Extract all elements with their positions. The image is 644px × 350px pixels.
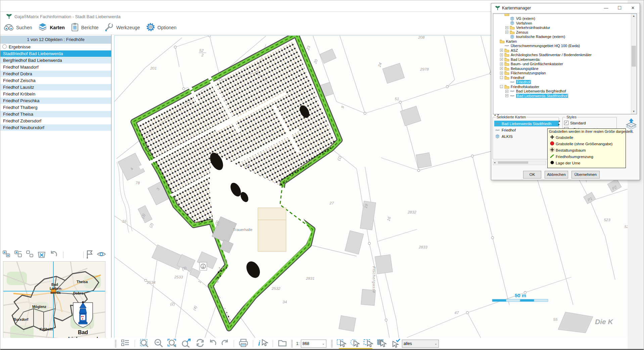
- expand-icon[interactable]: +: [500, 53, 503, 56]
- collapse-icon[interactable]: -: [500, 85, 503, 88]
- toolbar-item-suchen[interactable]: Suchen: [4, 23, 32, 33]
- redcircle-icon: [549, 141, 555, 146]
- result-item[interactable]: Friedhof Prieschka: [0, 98, 111, 104]
- zoom-in-icon[interactable]: [138, 338, 152, 349]
- tree-scrollbar[interactable]: ▲ ▼: [631, 14, 637, 114]
- line-icon: [504, 44, 509, 47]
- tree-item[interactable]: Verfahren: [494, 21, 631, 26]
- result-item[interactable]: Friedhof Dobra: [0, 71, 111, 77]
- tree-item[interactable]: -Friedhofskataster: [494, 84, 631, 89]
- select-features-icon[interactable]: [2, 250, 14, 260]
- expand-icon[interactable]: +: [500, 63, 503, 66]
- tree-item[interactable]: Friedhof: [494, 80, 631, 85]
- expand-icon[interactable]: +: [500, 67, 503, 70]
- scrollbar-thumb[interactable]: [632, 46, 636, 67]
- expand-icon[interactable]: +: [505, 26, 508, 29]
- result-item[interactable]: Friedhof Kröbeln: [0, 91, 111, 98]
- style-item[interactable]: ✓Standard: [564, 120, 616, 126]
- close-button[interactable]: ✕: [626, 3, 640, 12]
- scroll-up-icon[interactable]: ▲: [632, 14, 636, 18]
- ok-button[interactable]: OK: [523, 171, 541, 179]
- tree-item[interactable]: +Flächennutzungsplan: [494, 71, 631, 76]
- select-fill-icon[interactable]: [375, 338, 388, 349]
- checkbox-icon[interactable]: ✓: [564, 121, 568, 125]
- result-item[interactable]: Friedhof Zeischa: [0, 77, 111, 84]
- zoom-out-icon[interactable]: [152, 338, 165, 349]
- add-selection-icon[interactable]: [14, 250, 26, 260]
- result-item[interactable]: Bergfriedhof Bad Liebenwerda: [0, 57, 111, 64]
- selected-map-item[interactable]: Bad Liebenwerda Stadtfriedh: [494, 121, 559, 126]
- scale-combo[interactable]: 868⌄: [301, 340, 326, 348]
- apply-button[interactable]: Übernehmen: [571, 171, 600, 179]
- app-logo-icon: [6, 14, 12, 19]
- tree-item[interactable]: +Bebauungspläne: [494, 66, 631, 71]
- select-polygon-icon[interactable]: [362, 338, 375, 349]
- layer-up-icon[interactable]: [625, 118, 638, 130]
- selection-scope-combo[interactable]: alles⌄: [402, 340, 439, 348]
- toolbar-item-werkzeuge[interactable]: Werkzeuge: [104, 23, 140, 33]
- line-icon: [495, 129, 500, 131]
- redo-icon[interactable]: [219, 339, 231, 348]
- svg-text:208: 208: [418, 36, 425, 39]
- kartenmanager-dialog: Kartenmanager — ☐ ✕ VG (extern)Verfahren…: [491, 3, 640, 180]
- legend-list-icon[interactable]: [119, 339, 132, 349]
- print-icon[interactable]: [237, 339, 250, 349]
- expand-icon[interactable]: +: [505, 90, 508, 93]
- identify-icon[interactable]: i: [256, 338, 270, 349]
- scroll-down-icon[interactable]: ▼: [632, 109, 636, 114]
- tree-item[interactable]: +Archäologisches Stadtinventar / Bodende…: [494, 53, 631, 57]
- result-item[interactable]: Friedhof Zobersdorf: [0, 118, 111, 124]
- expand-icon[interactable]: +: [500, 58, 503, 61]
- expand-icon[interactable]: +: [500, 49, 503, 52]
- panel-splitter-icon[interactable]: ◂▸: [558, 119, 560, 126]
- expand-icon[interactable]: +: [505, 94, 508, 97]
- tree-item[interactable]: Überschwemmungsgebiet HQ 100 (Ewda): [494, 44, 631, 48]
- select-circle-icon[interactable]: [348, 338, 362, 349]
- tree-item[interactable]: +Bad Liebenwerda Stadtfriedhof: [494, 93, 631, 98]
- dialog-title-bar[interactable]: Kartenmanager — ☐ ✕: [491, 3, 640, 13]
- undo-icon[interactable]: [207, 339, 219, 348]
- tree-item[interactable]: +ASZ: [494, 48, 631, 53]
- zoom-last-icon[interactable]: [179, 338, 193, 349]
- tree-item[interactable]: -Friedhof: [494, 75, 631, 80]
- delete-selection-icon[interactable]: [37, 250, 49, 260]
- tree-item[interactable]: [494, 13, 631, 16]
- tree-item[interactable]: +Verkehrsinfrastruktur: [494, 26, 631, 30]
- tree-item[interactable]: +Baum- und Grünflächenkataster: [494, 62, 631, 67]
- collapse-icon[interactable]: -: [500, 76, 503, 79]
- result-item[interactable]: Friedhof Thalberg: [0, 104, 111, 111]
- select-rect-icon[interactable]: [335, 338, 348, 349]
- tree-item[interactable]: VG (extern): [494, 16, 631, 21]
- open-folder-icon[interactable]: [276, 339, 289, 349]
- flag-icon[interactable]: [86, 250, 97, 260]
- result-item[interactable]: Friedhof Neuburxdorf: [0, 124, 111, 131]
- result-item[interactable]: Friedhof Lausitz: [0, 84, 111, 91]
- result-item[interactable]: Friedhof Theisa: [0, 111, 111, 118]
- tree-item[interactable]: +Bad Liebenwerda:: [494, 57, 631, 62]
- toolbar-item-karten[interactable]: Karten: [38, 23, 64, 33]
- toolbar-item-berichte[interactable]: Berichte: [71, 23, 98, 33]
- zoom-window-icon[interactable]: [165, 338, 179, 349]
- result-item[interactable]: Friedhof Maasdorf: [0, 64, 111, 71]
- minimize-button[interactable]: —: [599, 3, 613, 12]
- maximize-button[interactable]: ☐: [613, 3, 626, 12]
- tree-item[interactable]: +Zensus: [494, 30, 631, 35]
- expand-icon[interactable]: +: [505, 31, 508, 34]
- scale-label: 1:: [296, 341, 300, 346]
- undo-selection-icon[interactable]: [49, 250, 61, 260]
- expand-icon[interactable]: +: [500, 72, 503, 75]
- select-confirm-icon[interactable]: [388, 338, 402, 349]
- selected-maps-hscrollbar[interactable]: ◂: [493, 161, 546, 165]
- result-item[interactable]: Stadtfriedhof Bad Liebenwerda: [0, 50, 111, 57]
- tree-item[interactable]: +Bad Liebenwerda Bergfriedhof: [494, 89, 631, 94]
- tree-item[interactable]: touristische Radwege (extern): [494, 35, 631, 39]
- tree-item[interactable]: Karten: [494, 39, 631, 44]
- results-group-label[interactable]: Ergebnisse: [0, 44, 111, 50]
- refresh-icon[interactable]: [193, 339, 207, 349]
- clear-shapes-icon[interactable]: [26, 250, 37, 260]
- cancel-button[interactable]: Abbrechen: [545, 171, 568, 179]
- overview-minimap[interactable]: TheisaDobraMöglenzBurxdorfKröbelnBadLieb…: [3, 261, 105, 348]
- visibility-icon[interactable]: [97, 250, 109, 260]
- toolbar-item-optionen[interactable]: Optionen: [146, 23, 177, 33]
- svg-text:Möglenz: Möglenz: [32, 305, 46, 309]
